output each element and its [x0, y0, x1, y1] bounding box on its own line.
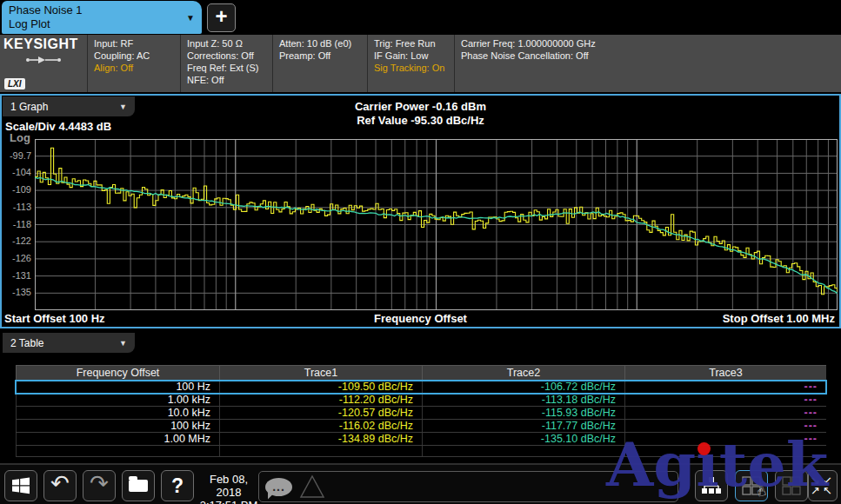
windows-logo-icon [10, 475, 31, 496]
settings-columns: Input: RFCoupling: ACAlign: OffInput Z: … [87, 35, 841, 92]
setting-readout[interactable]: Phase Noise Cancellation: Off [461, 50, 841, 62]
table-view-selector-label: 2 Table [10, 337, 43, 349]
tab-bar: Phase Noise 1 Log Plot ▼ + [0, 0, 841, 35]
add-measurement-button[interactable]: + [207, 3, 236, 32]
table-row[interactable]: 100 kHz-116.02 dBc/Hz-117.77 dBc/Hz--- [16, 420, 826, 433]
trace3-cell: --- [624, 433, 826, 445]
freq-offset-cell: 1.00 kHz [16, 394, 219, 406]
trace2-cell: -106.72 dBc/Hz [422, 381, 624, 393]
trace2-cell: -113.18 dBc/Hz [422, 394, 624, 406]
empty-cell [219, 446, 422, 456]
setting-readout[interactable]: Corrections: Off [187, 50, 272, 62]
settings-column-2: Atten: 10 dB (e0)Preamp: Off [272, 35, 367, 92]
layout-grid-icon [781, 475, 802, 496]
freq-offset-cell: 10.0 kHz [16, 407, 219, 419]
taskbar: ↶ ↷ ? Feb 08, 2018 3:17:51 PM ... [0, 463, 841, 504]
annotation-bubble-icon[interactable]: ... [265, 478, 292, 496]
setting-readout[interactable]: Freq Ref: Ext (S) [187, 62, 272, 74]
setting-readout[interactable]: Coupling: AC [94, 50, 180, 62]
y-tick-label: -126 [2, 253, 31, 263]
chevron-down-icon: ▼ [119, 339, 127, 348]
setting-readout[interactable]: Input: RF [94, 37, 180, 50]
trace3-cell: --- [624, 381, 826, 393]
setting-readout[interactable]: Input Z: 50 Ω [187, 37, 272, 50]
brand-block: KEYSIGHT LXI [0, 35, 87, 92]
collapse-display-button[interactable]: ↘↙ ↗↖ [808, 470, 838, 501]
setting-readout[interactable]: Preamp: Off [279, 50, 367, 62]
y-tick-label: -113 [2, 202, 31, 212]
signal-path-icon [24, 56, 63, 64]
open-file-button[interactable] [122, 470, 155, 501]
table-header-cell: Trace3 [624, 366, 826, 380]
trace1-cell: -134.89 dBc/Hz [219, 433, 422, 445]
carrier-power-readout: Carrier Power -0.16 dBm [2, 100, 839, 114]
help-icon: ? [171, 474, 184, 498]
touch-select-button[interactable]: ☝ [735, 470, 768, 501]
undo-icon: ↶ [50, 472, 70, 494]
ref-value-readout[interactable]: Ref Value -95.30 dBc/Hz [2, 114, 839, 128]
tab-dropdown-caret-icon[interactable]: ▼ [186, 13, 202, 23]
trace3-cell: --- [624, 420, 826, 432]
clock-readout[interactable]: Feb 08, 2018 3:17:51 PM [197, 473, 261, 504]
stop-offset-label[interactable]: Stop Offset 1.00 MHz [723, 312, 835, 325]
y-tick-label: -118 [2, 219, 31, 229]
plot-area[interactable] [35, 139, 838, 310]
settings-header: KEYSIGHT LXI Input: RFCoupling: ACAlign:… [0, 35, 841, 92]
redo-icon: ↷ [90, 472, 109, 494]
freq-offset-cell: 1.00 MHz [16, 433, 219, 445]
empty-cell [624, 446, 826, 456]
table-header-cell: Frequency Offset [16, 366, 219, 380]
date-text: Feb 08, 2018 [197, 473, 261, 499]
y-tick-label: -99.7 [2, 150, 31, 161]
windows-start-button[interactable] [4, 470, 37, 501]
lxi-badge: LXI [4, 78, 25, 90]
setting-readout[interactable]: Sig Tracking: On [374, 62, 454, 74]
hand-cursor-icon: ☝ [754, 481, 768, 501]
y-tick-label: -122 [2, 235, 31, 246]
time-text: 3:17:51 PM [197, 499, 261, 504]
block-diagram-icon [701, 476, 722, 496]
table-row[interactable]: 1.00 MHz-134.89 dBc/Hz-135.10 dBc/Hz--- [16, 433, 826, 446]
annotation-tray: ... [258, 471, 678, 502]
trace2-cell: -115.93 dBc/Hz [422, 407, 624, 419]
marker-triangle-icon[interactable] [299, 474, 325, 499]
setting-readout[interactable]: Atten: 10 dB (e0) [279, 37, 367, 50]
folder-icon [129, 480, 148, 492]
decade-table: Frequency OffsetTrace1Trace2Trace3100 Hz… [16, 365, 826, 457]
measurement-tab[interactable]: Phase Noise 1 Log Plot ▼ [2, 1, 202, 34]
carrier-info: Carrier Power -0.16 dBm Ref Value -95.30… [2, 100, 839, 128]
graph-window: 1 Graph ▼ Carrier Power -0.16 dBm Ref Va… [0, 94, 841, 328]
x-axis-title: Frequency Offset [2, 312, 839, 325]
table-row[interactable]: 1.00 kHz-112.20 dBc/Hz-113.18 dBc/Hz--- [16, 394, 826, 407]
settings-column-3: Trig: Free RunIF Gain: LowSig Tracking: … [367, 35, 454, 92]
tab-title: Phase Noise 1 [9, 3, 186, 17]
measurement-tab-label: Phase Noise 1 Log Plot [2, 3, 186, 31]
block-diagram-button[interactable] [695, 470, 728, 501]
trace3-cell: --- [624, 394, 826, 406]
setting-readout[interactable]: Trig: Free Run [374, 37, 454, 50]
window-layout-button[interactable] [775, 470, 808, 501]
setting-readout[interactable]: Carrier Freq: 1.000000000 GHz [461, 37, 841, 50]
redo-button[interactable]: ↷ [83, 470, 116, 501]
setting-readout[interactable]: NFE: Off [187, 74, 272, 86]
freq-offset-cell: 100 kHz [16, 420, 219, 432]
help-button[interactable]: ? [161, 470, 194, 501]
table-row[interactable]: 10.0 kHz-120.57 dBc/Hz-115.93 dBc/Hz--- [16, 407, 826, 420]
settings-column-0: Input: RFCoupling: ACAlign: Off [87, 35, 180, 92]
y-tick-label: -104 [2, 167, 31, 177]
settings-column-4: Carrier Freq: 1.000000000 GHzPhase Noise… [454, 35, 841, 92]
trace2-cell: -135.10 dBc/Hz [422, 433, 624, 445]
table-row[interactable]: 100 Hz-109.50 dBc/Hz-106.72 dBc/Hz--- [16, 381, 826, 394]
setting-readout[interactable]: IF Gain: Low [374, 50, 454, 62]
y-tick-label: -135 [2, 287, 31, 297]
setting-readout[interactable]: Align: Off [94, 62, 180, 74]
y-tick-label: -109 [2, 184, 31, 195]
trace2-cell: -117.77 dBc/Hz [422, 420, 624, 432]
table-view-selector[interactable]: 2 Table ▼ [3, 333, 135, 353]
table-header-cell: Trace1 [219, 366, 422, 380]
trace3-cell: --- [624, 407, 826, 419]
freq-offset-cell: 100 Hz [16, 381, 219, 393]
undo-button[interactable]: ↶ [43, 470, 77, 501]
trace1-cell: -112.20 dBc/Hz [219, 394, 422, 406]
tab-subtitle: Log Plot [9, 17, 186, 31]
